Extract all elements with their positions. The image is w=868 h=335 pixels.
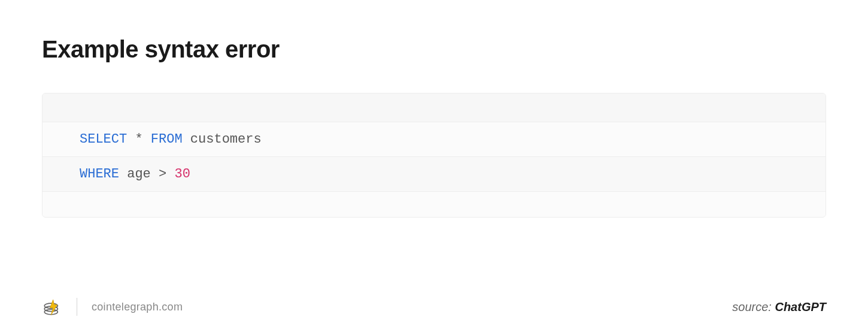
source-name: ChatGPT bbox=[775, 300, 826, 313]
number-literal: 30 bbox=[174, 167, 190, 182]
code-footer bbox=[43, 192, 825, 217]
source-credit: source: ChatGPT bbox=[732, 300, 826, 314]
divider bbox=[77, 298, 77, 316]
logo-icon bbox=[42, 297, 62, 317]
code-text: * bbox=[127, 132, 151, 147]
code-text: age > bbox=[119, 167, 174, 182]
code-block: SELECT * FROM customers WHERE age > 30 bbox=[42, 93, 826, 218]
keyword-select: SELECT bbox=[80, 132, 127, 147]
code-header bbox=[43, 93, 825, 122]
footer-left: cointelegraph.com bbox=[42, 297, 183, 317]
keyword-where: WHERE bbox=[80, 167, 119, 182]
code-line-1: SELECT * FROM customers bbox=[43, 122, 825, 157]
keyword-from: FROM bbox=[151, 132, 183, 147]
code-line-2: WHERE age > 30 bbox=[43, 157, 825, 192]
source-label: source: bbox=[732, 300, 775, 313]
footer: cointelegraph.com source: ChatGPT bbox=[42, 280, 826, 317]
page-title: Example syntax error bbox=[42, 36, 826, 63]
code-text: customers bbox=[183, 132, 262, 147]
site-label: cointelegraph.com bbox=[92, 301, 183, 313]
